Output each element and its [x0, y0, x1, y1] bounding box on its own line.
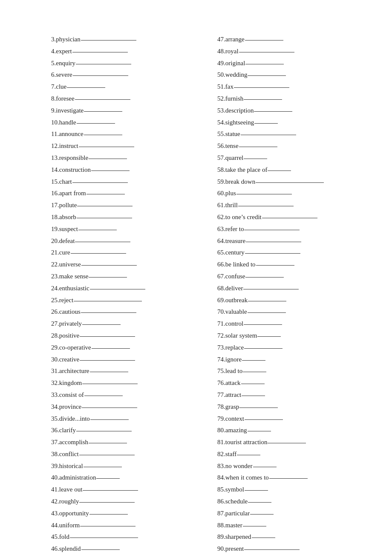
- list-item: 78.grasp: [217, 402, 366, 413]
- list-item: 46.splendid: [51, 543, 200, 555]
- answer-blank: [84, 396, 123, 396]
- answer-blank: [89, 514, 128, 515]
- answer-blank: [268, 443, 306, 443]
- list-item: 32.kingdom: [51, 378, 200, 389]
- list-item: 51.fax: [217, 81, 366, 92]
- answer-blank: [73, 75, 128, 76]
- answer-blank: [248, 431, 271, 431]
- item-text: 79.context: [217, 413, 244, 425]
- item-text: 77.attract: [217, 390, 241, 401]
- answer-blank: [244, 99, 282, 100]
- answer-blank: [246, 242, 301, 242]
- answer-blank: [74, 301, 142, 301]
- item-text: 61.thrill: [217, 200, 238, 211]
- answer-blank: [89, 277, 127, 278]
- list-item: 85.symbol: [217, 484, 366, 495]
- item-text: 31.architecture: [51, 366, 89, 377]
- answer-blank: [243, 526, 266, 526]
- item-text: 14.construction: [51, 165, 91, 176]
- list-item: 21.cure: [51, 247, 200, 258]
- answer-blank: [71, 253, 126, 254]
- item-text: 69.outbreak: [217, 295, 248, 306]
- item-text: 86.schedule: [217, 496, 248, 507]
- item-text: 24.enthusiastic: [51, 283, 89, 294]
- answer-blank: [80, 336, 135, 337]
- list-item: 30.creative: [51, 354, 200, 365]
- item-text: 4.expert: [51, 46, 72, 57]
- answer-blank: [268, 171, 291, 171]
- answer-blank: [236, 194, 292, 194]
- list-item: 53.description: [217, 105, 366, 116]
- list-item: 3.physician: [51, 34, 200, 45]
- list-item: 5.enquiry: [51, 58, 200, 69]
- item-text: 29.co-operative: [51, 342, 91, 353]
- list-item: 6.severe: [51, 69, 200, 81]
- list-item: 65.century: [217, 247, 366, 258]
- list-item: 71.control: [217, 318, 366, 330]
- item-text: 5.enquiry: [51, 58, 75, 69]
- item-text: 58.take the place of: [217, 165, 267, 176]
- answer-blank: [67, 87, 105, 88]
- list-item: 16.apart from: [51, 188, 200, 199]
- item-text: 17.pollute: [51, 200, 77, 211]
- item-text: 78.grasp: [217, 402, 239, 413]
- list-item: 11.announce: [51, 129, 200, 140]
- main-content: 3.physician4.expert5.enquiry6.severe7.cl…: [51, 34, 366, 555]
- answer-blank: [81, 549, 120, 550]
- item-text: 83.no wonder: [217, 461, 253, 472]
- item-text: 87.particular: [217, 508, 250, 519]
- item-text: 6.severe: [51, 69, 72, 81]
- list-item: 49.original: [217, 58, 366, 69]
- list-item: 45.fold: [51, 532, 200, 543]
- list-item: 47.arrange: [217, 34, 366, 45]
- item-text: 40.administration: [51, 472, 96, 483]
- item-text: 15.chart: [51, 176, 72, 188]
- answer-blank: [89, 159, 127, 159]
- list-item: 29.co-operative: [51, 342, 200, 353]
- list-item: 4.expert: [51, 46, 200, 57]
- answer-blank: [248, 502, 271, 503]
- answer-blank: [89, 443, 127, 443]
- answer-blank: [256, 265, 294, 266]
- item-text: 26.cautious: [51, 306, 81, 318]
- answer-blank: [256, 182, 324, 183]
- answer-blank: [83, 490, 138, 491]
- list-item: 33.consist of: [51, 390, 200, 401]
- item-text: 10.handle: [51, 117, 76, 128]
- answer-blank: [76, 431, 132, 431]
- list-item: 87.particular: [217, 508, 366, 519]
- answer-blank: [244, 348, 282, 349]
- item-text: 47.arrange: [217, 34, 245, 45]
- answer-blank: [245, 419, 283, 420]
- answer-blank: [79, 147, 134, 147]
- answer-blank: [79, 502, 135, 503]
- list-item: 28.positive: [51, 330, 200, 341]
- item-text: 62.to one’s credit: [217, 212, 262, 223]
- item-text: 49.original: [217, 58, 245, 69]
- item-text: 45.fold: [51, 532, 69, 543]
- item-text: 74.ignore: [217, 354, 242, 365]
- item-text: 25.reject: [51, 295, 73, 306]
- item-text: 18.absorb: [51, 212, 76, 223]
- answer-blank: [96, 478, 120, 479]
- item-text: 50.wedding: [217, 69, 247, 81]
- item-text: 80.amazing: [217, 425, 247, 436]
- item-text: 85.symbol: [217, 484, 244, 495]
- list-item: 75.lead to: [217, 366, 366, 377]
- answer-blank: [77, 123, 115, 124]
- item-text: 30.creative: [51, 354, 79, 365]
- answer-blank: [79, 455, 135, 455]
- list-item: 70.valuable: [217, 306, 366, 318]
- answer-blank: [242, 396, 265, 396]
- list-item: 17.pollute: [51, 200, 200, 211]
- answer-blank: [80, 360, 135, 361]
- item-text: 20.defeat: [51, 236, 75, 247]
- item-text: 33.consist of: [51, 390, 84, 401]
- item-text: 43.opportunity: [51, 508, 89, 519]
- list-item: 8.foresee: [51, 93, 200, 104]
- item-text: 89.sharpened: [217, 532, 251, 543]
- item-text: 11.announce: [51, 129, 84, 140]
- list-item: 18.absorb: [51, 212, 200, 223]
- answer-blank: [82, 324, 121, 325]
- list-item: 13.responsible: [51, 153, 200, 164]
